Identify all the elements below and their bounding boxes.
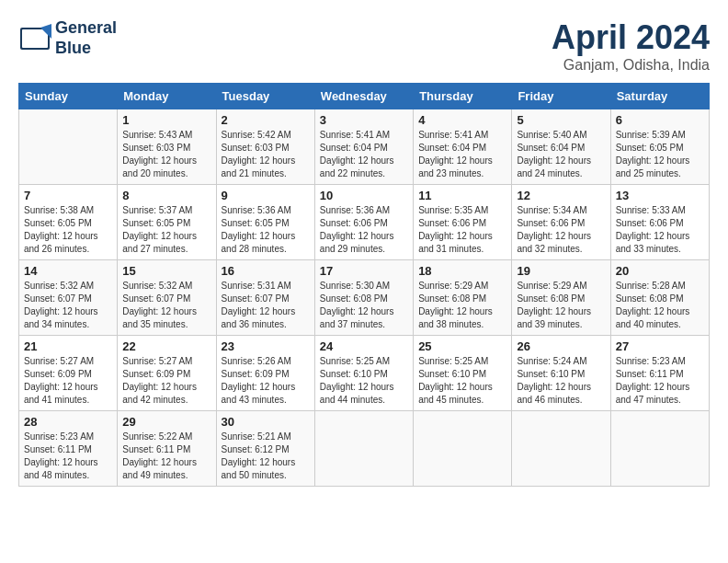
calendar-cell: 4Sunrise: 5:41 AMSunset: 6:04 PMDaylight… bbox=[414, 109, 512, 185]
day-number: 25 bbox=[418, 339, 506, 353]
day-info: Sunrise: 5:31 AMSunset: 6:07 PMDaylight:… bbox=[222, 280, 310, 331]
svg-rect-2 bbox=[22, 29, 48, 48]
day-number: 22 bbox=[122, 339, 210, 353]
weekday-header-row: SundayMondayTuesdayWednesdayThursdayFrid… bbox=[19, 84, 710, 109]
logo: General Blue bbox=[18, 18, 117, 58]
calendar-cell bbox=[610, 411, 709, 487]
day-info: Sunrise: 5:32 AMSunset: 6:07 PMDaylight:… bbox=[122, 280, 210, 331]
day-info: Sunrise: 5:36 AMSunset: 6:05 PMDaylight:… bbox=[222, 204, 310, 256]
day-info: Sunrise: 5:29 AMSunset: 6:08 PMDaylight:… bbox=[418, 280, 506, 331]
day-number: 16 bbox=[222, 264, 310, 278]
day-number: 20 bbox=[616, 264, 704, 278]
logo-line1: General bbox=[55, 18, 117, 39]
calendar-cell bbox=[19, 109, 118, 185]
day-info: Sunrise: 5:22 AMSunset: 6:11 PMDaylight:… bbox=[122, 431, 210, 482]
calendar-cell: 25Sunrise: 5:25 AMSunset: 6:10 PMDayligh… bbox=[414, 336, 512, 411]
day-info: Sunrise: 5:29 AMSunset: 6:08 PMDaylight:… bbox=[517, 280, 605, 331]
calendar-cell: 12Sunrise: 5:34 AMSunset: 6:06 PMDayligh… bbox=[512, 185, 610, 260]
day-number: 13 bbox=[616, 189, 704, 202]
day-info: Sunrise: 5:38 AMSunset: 6:05 PMDaylight:… bbox=[24, 204, 112, 256]
weekday-header-tuesday: Tuesday bbox=[216, 84, 314, 109]
day-info: Sunrise: 5:32 AMSunset: 6:07 PMDaylight:… bbox=[24, 280, 112, 331]
day-info: Sunrise: 5:33 AMSunset: 6:06 PMDaylight:… bbox=[616, 204, 704, 256]
calendar-cell: 21Sunrise: 5:27 AMSunset: 6:09 PMDayligh… bbox=[19, 336, 118, 411]
day-number: 14 bbox=[24, 264, 112, 278]
weekday-header-sunday: Sunday bbox=[19, 84, 118, 109]
calendar-cell: 6Sunrise: 5:39 AMSunset: 6:05 PMDaylight… bbox=[610, 109, 709, 185]
day-number: 30 bbox=[222, 415, 310, 429]
calendar-cell: 27Sunrise: 5:23 AMSunset: 6:11 PMDayligh… bbox=[610, 336, 709, 411]
calendar-week-5: 28Sunrise: 5:23 AMSunset: 6:11 PMDayligh… bbox=[19, 411, 710, 487]
day-number: 19 bbox=[517, 264, 605, 278]
calendar-cell: 17Sunrise: 5:30 AMSunset: 6:08 PMDayligh… bbox=[314, 260, 413, 336]
calendar-cell: 28Sunrise: 5:23 AMSunset: 6:11 PMDayligh… bbox=[19, 411, 118, 487]
logo-icon bbox=[18, 22, 51, 55]
day-info: Sunrise: 5:21 AMSunset: 6:12 PMDaylight:… bbox=[222, 431, 310, 482]
calendar-cell: 18Sunrise: 5:29 AMSunset: 6:08 PMDayligh… bbox=[414, 260, 512, 336]
day-number: 9 bbox=[222, 189, 310, 202]
calendar-cell: 23Sunrise: 5:26 AMSunset: 6:09 PMDayligh… bbox=[216, 336, 314, 411]
day-number: 17 bbox=[320, 264, 408, 278]
day-info: Sunrise: 5:24 AMSunset: 6:10 PMDaylight:… bbox=[517, 355, 605, 407]
day-info: Sunrise: 5:25 AMSunset: 6:10 PMDaylight:… bbox=[320, 355, 408, 407]
day-info: Sunrise: 5:43 AMSunset: 6:03 PMDaylight:… bbox=[122, 129, 210, 180]
day-info: Sunrise: 5:28 AMSunset: 6:08 PMDaylight:… bbox=[616, 280, 704, 331]
weekday-header-monday: Monday bbox=[118, 84, 216, 109]
month-title: April 2024 bbox=[552, 18, 710, 57]
calendar-cell: 22Sunrise: 5:27 AMSunset: 6:09 PMDayligh… bbox=[118, 336, 216, 411]
day-number: 10 bbox=[320, 189, 408, 202]
calendar-week-3: 14Sunrise: 5:32 AMSunset: 6:07 PMDayligh… bbox=[19, 260, 710, 336]
day-info: Sunrise: 5:41 AMSunset: 6:04 PMDaylight:… bbox=[320, 129, 408, 180]
day-number: 18 bbox=[418, 264, 506, 278]
calendar-cell: 8Sunrise: 5:37 AMSunset: 6:05 PMDaylight… bbox=[118, 185, 216, 260]
day-number: 26 bbox=[517, 339, 605, 353]
weekday-header-friday: Friday bbox=[512, 84, 610, 109]
calendar-table: SundayMondayTuesdayWednesdayThursdayFrid… bbox=[18, 83, 710, 487]
day-number: 27 bbox=[616, 339, 704, 353]
day-number: 11 bbox=[418, 189, 506, 202]
calendar-cell: 24Sunrise: 5:25 AMSunset: 6:10 PMDayligh… bbox=[314, 336, 413, 411]
calendar-cell: 29Sunrise: 5:22 AMSunset: 6:11 PMDayligh… bbox=[118, 411, 216, 487]
day-info: Sunrise: 5:23 AMSunset: 6:11 PMDaylight:… bbox=[616, 355, 704, 407]
day-info: Sunrise: 5:42 AMSunset: 6:03 PMDaylight:… bbox=[222, 129, 310, 180]
calendar-cell: 2Sunrise: 5:42 AMSunset: 6:03 PMDaylight… bbox=[216, 109, 314, 185]
calendar-cell: 13Sunrise: 5:33 AMSunset: 6:06 PMDayligh… bbox=[610, 185, 709, 260]
calendar-cell: 1Sunrise: 5:43 AMSunset: 6:03 PMDaylight… bbox=[118, 109, 216, 185]
day-info: Sunrise: 5:40 AMSunset: 6:04 PMDaylight:… bbox=[517, 129, 605, 180]
weekday-header-saturday: Saturday bbox=[610, 84, 709, 109]
calendar-cell: 14Sunrise: 5:32 AMSunset: 6:07 PMDayligh… bbox=[19, 260, 118, 336]
page-header: General Blue April 2024 Ganjam, Odisha, … bbox=[18, 18, 710, 74]
calendar-cell: 3Sunrise: 5:41 AMSunset: 6:04 PMDaylight… bbox=[314, 109, 413, 185]
calendar-cell: 19Sunrise: 5:29 AMSunset: 6:08 PMDayligh… bbox=[512, 260, 610, 336]
day-number: 3 bbox=[320, 113, 408, 127]
calendar-cell: 7Sunrise: 5:38 AMSunset: 6:05 PMDaylight… bbox=[19, 185, 118, 260]
calendar-cell bbox=[414, 411, 512, 487]
day-number: 29 bbox=[122, 415, 210, 429]
day-number: 8 bbox=[122, 189, 210, 202]
day-info: Sunrise: 5:35 AMSunset: 6:06 PMDaylight:… bbox=[418, 204, 506, 256]
day-number: 7 bbox=[24, 189, 112, 202]
calendar-body: 1Sunrise: 5:43 AMSunset: 6:03 PMDaylight… bbox=[19, 109, 710, 487]
day-number: 24 bbox=[320, 339, 408, 353]
calendar-cell: 15Sunrise: 5:32 AMSunset: 6:07 PMDayligh… bbox=[118, 260, 216, 336]
day-number: 2 bbox=[222, 113, 310, 127]
logo-line2: Blue bbox=[55, 39, 117, 59]
title-block: April 2024 Ganjam, Odisha, India bbox=[552, 18, 710, 74]
calendar-week-2: 7Sunrise: 5:38 AMSunset: 6:05 PMDaylight… bbox=[19, 185, 710, 260]
day-number: 1 bbox=[122, 113, 210, 127]
day-info: Sunrise: 5:36 AMSunset: 6:06 PMDaylight:… bbox=[320, 204, 408, 256]
weekday-header-wednesday: Wednesday bbox=[314, 84, 413, 109]
calendar-cell bbox=[512, 411, 610, 487]
calendar-week-1: 1Sunrise: 5:43 AMSunset: 6:03 PMDaylight… bbox=[19, 109, 710, 185]
calendar-cell: 9Sunrise: 5:36 AMSunset: 6:05 PMDaylight… bbox=[216, 185, 314, 260]
day-number: 15 bbox=[122, 264, 210, 278]
day-number: 21 bbox=[24, 339, 112, 353]
day-number: 12 bbox=[517, 189, 605, 202]
day-info: Sunrise: 5:23 AMSunset: 6:11 PMDaylight:… bbox=[24, 431, 112, 482]
day-info: Sunrise: 5:41 AMSunset: 6:04 PMDaylight:… bbox=[418, 129, 506, 180]
day-info: Sunrise: 5:27 AMSunset: 6:09 PMDaylight:… bbox=[24, 355, 112, 407]
calendar-cell: 10Sunrise: 5:36 AMSunset: 6:06 PMDayligh… bbox=[314, 185, 413, 260]
day-info: Sunrise: 5:34 AMSunset: 6:06 PMDaylight:… bbox=[517, 204, 605, 256]
weekday-header-thursday: Thursday bbox=[414, 84, 512, 109]
calendar-week-4: 21Sunrise: 5:27 AMSunset: 6:09 PMDayligh… bbox=[19, 336, 710, 411]
